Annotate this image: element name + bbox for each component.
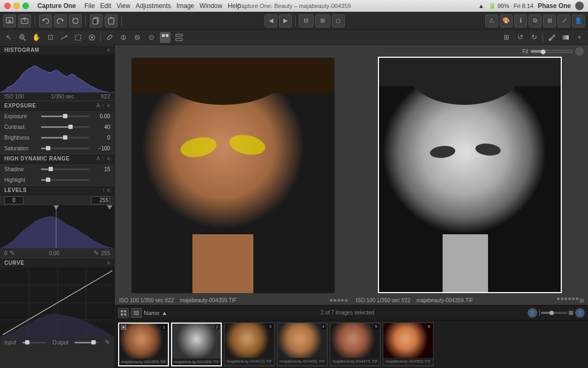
- rotate-cw-tool[interactable]: ↻: [529, 32, 539, 43]
- zoom-slider[interactable]: [530, 50, 573, 53]
- svg-rect-20: [166, 34, 168, 37]
- contrast-slider[interactable]: [41, 126, 89, 128]
- histogram-header[interactable]: HISTOGRAM ≡: [0, 45, 114, 55]
- filmstrip-grid-btn[interactable]: [118, 308, 129, 318]
- exposure-slider[interactable]: [41, 116, 89, 117]
- cursor-tool[interactable]: ↖: [3, 32, 14, 43]
- menu-items[interactable]: File Edit View Adjustments Image Window …: [84, 2, 241, 10]
- active-tool[interactable]: [160, 32, 171, 43]
- rotate-ccw-tool[interactable]: ↺: [515, 32, 525, 43]
- curve-canvas: [0, 268, 115, 338]
- black-point-eyedropper[interactable]: ✎: [10, 249, 15, 257]
- filmstrip-thumb-name-1: majabeauty-004359.TIF: [119, 358, 168, 365]
- exposure-section: EXPOSURE A ↑ ≡ Exposure 0.00 Contrast: [0, 101, 114, 154]
- filmstrip-item-3[interactable]: majabeauty-004410.TIF 3: [224, 323, 275, 366]
- filmstrip-user-icon-2[interactable]: 👤: [575, 308, 585, 318]
- maximize-button[interactable]: [22, 3, 29, 9]
- toolbar-sep-1: [35, 16, 35, 26]
- levels-min-input[interactable]: 0: [4, 196, 24, 204]
- levels-up-icon[interactable]: ↑: [102, 187, 105, 193]
- redo-button[interactable]: [54, 14, 67, 27]
- crop-tool[interactable]: ⊡: [45, 32, 56, 43]
- reset-button[interactable]: [69, 14, 82, 27]
- import-button[interactable]: [3, 14, 16, 27]
- highlight-slider[interactable]: [41, 179, 89, 181]
- close-button[interactable]: [4, 3, 11, 9]
- hdr-auto-icon[interactable]: A: [96, 156, 100, 162]
- menu-window[interactable]: Window: [199, 2, 222, 10]
- paste-settings-button[interactable]: [105, 14, 118, 27]
- exposure-auto-icon[interactable]: A: [96, 103, 100, 109]
- color-picker-tool[interactable]: [546, 32, 557, 43]
- zoom-tool[interactable]: [17, 32, 28, 43]
- filmstrip-user-icon[interactable]: 👤: [528, 308, 537, 318]
- filmstrip-item-5[interactable]: majabeauty-004475.TIF 5: [330, 323, 381, 366]
- histogram-menu-icon[interactable]: ≡: [107, 47, 110, 53]
- zoom-handle[interactable]: [540, 49, 546, 55]
- minimize-button[interactable]: [13, 3, 20, 9]
- exposure-header[interactable]: EXPOSURE A ↑ ≡: [0, 101, 114, 111]
- gradient-tool[interactable]: [560, 32, 571, 43]
- mask-tool[interactable]: [87, 32, 97, 43]
- brightness-slider[interactable]: [41, 137, 89, 139]
- grid-view-button[interactable]: ⊞: [315, 14, 330, 27]
- color-tools-button[interactable]: 🎨: [500, 14, 513, 27]
- undo-button[interactable]: [39, 14, 52, 27]
- white-balance-tool[interactable]: [118, 32, 129, 43]
- user-button[interactable]: 👤: [572, 14, 585, 27]
- export-button[interactable]: [18, 14, 31, 27]
- hdr-up-icon[interactable]: ↑: [102, 156, 105, 162]
- menu-image[interactable]: Image: [176, 2, 194, 10]
- spot-removal-tool[interactable]: [132, 32, 143, 43]
- curve-header[interactable]: CURVE ≡: [0, 258, 114, 268]
- copy-settings-button[interactable]: [90, 14, 103, 27]
- single-view-button[interactable]: ◻: [332, 14, 345, 27]
- info-button[interactable]: ℹ: [514, 14, 527, 27]
- menu-file[interactable]: File: [84, 2, 95, 10]
- photo-container-2: [379, 58, 561, 292]
- hdr-menu-icon[interactable]: ≡: [107, 156, 110, 162]
- filmstrip-thumb-name-6: majabeauty-004503.TIF: [383, 358, 433, 365]
- menu-view[interactable]: View: [117, 2, 130, 10]
- filmstrip-item-1[interactable]: majabeauty-004359.TIF 1: [118, 323, 169, 366]
- layout-button[interactable]: ⊞: [543, 14, 556, 27]
- straighten-tool[interactable]: [59, 32, 69, 43]
- curve-eyedropper-icon[interactable]: ✎: [105, 339, 110, 346]
- shadow-slider[interactable]: [41, 168, 89, 170]
- menu-edit[interactable]: Edit: [100, 2, 111, 10]
- levels-menu-icon[interactable]: ≡: [107, 187, 110, 193]
- list-view-toggle[interactable]: [174, 32, 184, 43]
- histogram-controls: ≡: [107, 47, 110, 53]
- filmstrip-item-6[interactable]: majabeauty-004503.TIF 6: [383, 323, 434, 366]
- fit-button[interactable]: Fit: [522, 49, 528, 55]
- sort-arrow-icon[interactable]: ▲: [161, 310, 167, 316]
- filmstrip-item-4[interactable]: majabeauty-004450.TIF 4: [277, 323, 328, 366]
- white-point-eyedropper[interactable]: ✎: [94, 249, 99, 257]
- filmstrip-size-handle[interactable]: [550, 311, 554, 315]
- prev-image-button[interactable]: ◀: [265, 14, 277, 27]
- settings-button[interactable]: ⚙: [529, 14, 541, 27]
- clone-tool[interactable]: ⊙: [146, 32, 157, 43]
- next-image-button[interactable]: ▶: [279, 14, 292, 27]
- curve-input-slider[interactable]: [22, 342, 46, 343]
- filmstrip-item-2[interactable]: majabeauty-004389.TIF 2: [171, 323, 222, 366]
- healing-tool[interactable]: +: [574, 32, 585, 43]
- curve-output-slider[interactable]: [75, 342, 98, 343]
- levels-max-input[interactable]: 255: [91, 196, 110, 204]
- exposure-menu-icon[interactable]: ≡: [107, 103, 110, 109]
- pan-tool[interactable]: ✋: [31, 32, 42, 43]
- filmstrip-size-slider[interactable]: [541, 312, 568, 314]
- hdr-header[interactable]: HIGH DYNAMIC RANGE A ↑ ≡: [0, 154, 114, 164]
- before-after-tool[interactable]: ⊞: [501, 32, 512, 43]
- exposure-up-icon[interactable]: ↑: [102, 103, 105, 109]
- levels-header[interactable]: LEVELS ↑ ≡: [0, 185, 114, 195]
- compare-view-button[interactable]: ⊟: [299, 14, 314, 27]
- saturation-slider[interactable]: [41, 148, 89, 149]
- select-tool[interactable]: [73, 32, 83, 43]
- menu-adjustments[interactable]: Adjustments: [136, 2, 171, 10]
- fullscreen-button[interactable]: ⤢: [558, 14, 570, 27]
- filmstrip-list-btn[interactable]: [131, 308, 142, 318]
- photo-dots-1: [330, 299, 347, 302]
- curve-menu-icon[interactable]: ≡: [107, 260, 110, 266]
- eyedropper-tool[interactable]: [104, 32, 115, 43]
